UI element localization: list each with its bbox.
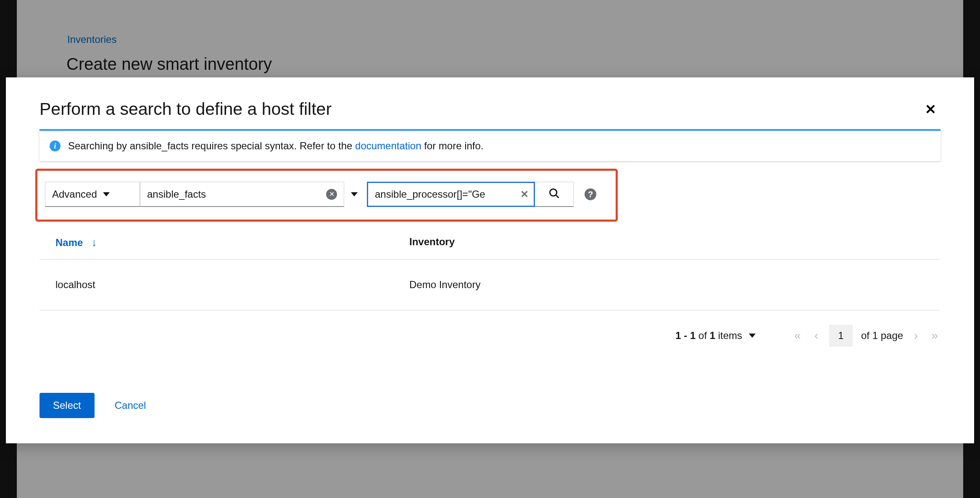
items-per-page[interactable]: 1 - 1 of 1 items [675, 330, 756, 342]
pagination-of-page: of 1 page [861, 330, 903, 342]
cancel-button[interactable]: Cancel [115, 400, 146, 411]
prev-page-icon[interactable]: ‹ [812, 329, 821, 342]
chevron-down-icon [103, 192, 110, 196]
last-page-icon[interactable]: » [929, 329, 940, 342]
pagination-of: of [698, 330, 707, 341]
info-text-pre: Searching by ansible_facts requires spec… [68, 140, 355, 151]
first-page-icon[interactable]: « [792, 329, 803, 342]
next-page-icon[interactable]: › [912, 329, 920, 342]
search-button[interactable] [535, 182, 574, 207]
info-banner: i Searching by ansible_facts requires sp… [40, 129, 940, 161]
search-icon [548, 188, 560, 201]
cell-inventory: Demo Inventory [409, 279, 480, 291]
close-icon[interactable]: ✕ [921, 100, 940, 119]
modal-title: Perform a search to define a host filter [40, 99, 332, 119]
column-name-label: Name [55, 237, 83, 249]
column-header-inventory[interactable]: Inventory [409, 236, 455, 249]
pagination-range: 1 - 1 [675, 330, 695, 341]
help-icon[interactable]: ? [585, 188, 596, 200]
info-text-post: for more info. [421, 140, 483, 151]
results-table: Name ↓ Inventory localhost Demo Inventor… [40, 227, 940, 310]
chevron-down-icon [749, 334, 756, 338]
column-header-name[interactable]: Name ↓ [40, 236, 409, 249]
page-number-input[interactable]: 1 [829, 325, 853, 347]
search-value-input-wrap: ansible_processor[]="Ge ✕ [367, 182, 535, 207]
search-value-input[interactable]: ansible_processor[]="Ge [375, 188, 517, 200]
select-button[interactable]: Select [40, 393, 95, 418]
cell-name: localhost [40, 279, 409, 291]
search-mode-label: Advanced [52, 188, 97, 200]
clear-key-icon[interactable]: ✕ [326, 189, 337, 200]
info-icon: i [50, 140, 61, 151]
pagination: 1 - 1 of 1 items « ‹ 1 of 1 page › » [6, 310, 974, 347]
search-mode-select[interactable]: Advanced [45, 182, 140, 207]
pagination-items-label: items [718, 330, 742, 341]
documentation-link[interactable]: documentation [355, 140, 421, 151]
search-key-dropdown-toggle[interactable] [344, 182, 364, 207]
chevron-down-icon [351, 192, 358, 196]
search-key-label: ansible_facts [147, 188, 320, 200]
host-filter-modal: Perform a search to define a host filter… [6, 77, 974, 443]
svg-point-0 [550, 189, 556, 196]
pagination-total: 1 [710, 330, 715, 341]
search-filter-row: Advanced ansible_facts ✕ ansible_process… [35, 169, 618, 222]
table-row[interactable]: localhost Demo Inventory [40, 260, 940, 310]
sort-ascending-icon: ↓ [91, 236, 97, 249]
search-key-select[interactable]: ansible_facts ✕ [140, 182, 344, 207]
svg-line-1 [556, 195, 558, 198]
table-header: Name ↓ Inventory [40, 227, 940, 260]
clear-input-icon[interactable]: ✕ [520, 188, 529, 200]
